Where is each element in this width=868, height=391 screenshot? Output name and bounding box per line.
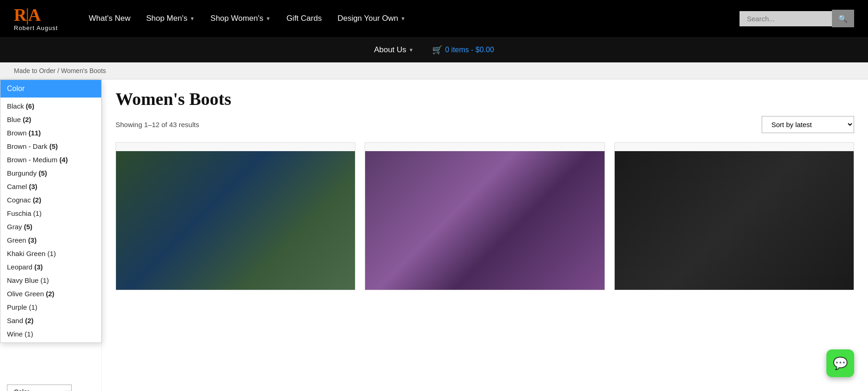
main-nav: What's New Shop Men's ▼ Shop Women's ▼ G… bbox=[83, 10, 740, 27]
sidebar: Color Black (6)Blue (2)Brown (11)Brown -… bbox=[0, 79, 102, 391]
color-list-item[interactable]: Gray (5) bbox=[0, 220, 101, 233]
color-list-item[interactable]: Navy Blue (1) bbox=[0, 274, 101, 287]
color-list-item[interactable]: Camel (3) bbox=[0, 180, 101, 193]
breadcrumb: Made to Order / Women's Boots bbox=[0, 62, 868, 79]
color-filter-select[interactable]: Color bbox=[7, 385, 72, 391]
cart-label: 0 items - $0.00 bbox=[445, 46, 494, 54]
content-area: Women's Boots Showing 1–12 of 43 results… bbox=[102, 79, 868, 391]
sort-select[interactable]: Sort by latestSort by price: low to high… bbox=[762, 116, 854, 133]
color-list-item[interactable]: Burgundy (5) bbox=[0, 166, 101, 180]
search-input[interactable] bbox=[740, 11, 832, 26]
nav-design[interactable]: Design Your Own ▼ bbox=[332, 10, 411, 27]
color-list-item[interactable]: Brown - Medium (4) bbox=[0, 153, 101, 166]
cart-link[interactable]: 🛒 0 items - $0.00 bbox=[432, 45, 494, 55]
logo-r: R bbox=[14, 5, 25, 24]
color-list-item[interactable]: Sand (2) bbox=[0, 314, 101, 327]
nav-womens[interactable]: Shop Women's ▼ bbox=[205, 10, 276, 27]
color-list-item[interactable]: Cognac (2) bbox=[0, 193, 101, 207]
search-button[interactable]: 🔍 bbox=[832, 10, 854, 27]
color-list-item[interactable]: Olive Green (2) bbox=[0, 287, 101, 300]
breadcrumb-womens-boots: Women's Boots bbox=[61, 67, 106, 74]
color-list-item[interactable]: Brown - Dark (5) bbox=[0, 140, 101, 153]
product-image bbox=[365, 151, 604, 290]
color-filter-label: Color bbox=[7, 85, 24, 92]
nav-mens[interactable]: Shop Men's ▼ bbox=[141, 10, 200, 27]
breadcrumb-made-to-order[interactable]: Made to Order bbox=[14, 67, 55, 74]
color-list-item[interactable]: Wine (1) bbox=[0, 327, 101, 341]
results-text: Showing 1–12 of 43 results bbox=[116, 121, 199, 128]
chevron-down-icon: ▼ bbox=[189, 16, 195, 21]
logo-letters: R|A bbox=[14, 6, 40, 24]
brand-name: Robert August bbox=[14, 24, 58, 31]
product-image bbox=[116, 151, 355, 290]
sub-header: About Us ▼ 🛒 0 items - $0.00 bbox=[0, 37, 868, 62]
product-card[interactable] bbox=[116, 142, 355, 290]
color-dropdown: Color Black (6)Blue (2)Brown (11)Brown -… bbox=[0, 79, 102, 343]
results-bar: Showing 1–12 of 43 results Sort by lates… bbox=[116, 116, 854, 133]
product-card[interactable] bbox=[365, 142, 605, 290]
color-list-item[interactable]: Green (3) bbox=[0, 233, 101, 247]
chat-button[interactable]: 💬 bbox=[826, 349, 854, 377]
nav-design-label: Design Your Own bbox=[337, 14, 398, 23]
filter-select-area: Color bbox=[7, 385, 94, 391]
chevron-down-icon: ▼ bbox=[266, 16, 271, 21]
main-header: R|A Robert August What's New Shop Men's … bbox=[0, 0, 868, 37]
search-area: 🔍 bbox=[740, 10, 854, 27]
breadcrumb-separator: / bbox=[57, 67, 61, 74]
color-list: Black (6)Blue (2)Brown (11)Brown - Dark … bbox=[0, 98, 101, 342]
page-title: Women's Boots bbox=[116, 89, 854, 109]
color-list-item[interactable]: Khaki Green (1) bbox=[0, 247, 101, 260]
color-list-item[interactable]: Purple (1) bbox=[0, 300, 101, 314]
nav-womens-label: Shop Women's bbox=[210, 14, 263, 23]
nav-whats-new[interactable]: What's New bbox=[83, 10, 136, 27]
color-list-item[interactable]: Black (6) bbox=[0, 99, 101, 113]
color-list-item[interactable]: Fuschia (1) bbox=[0, 207, 101, 220]
product-grid bbox=[116, 142, 854, 290]
search-icon: 🔍 bbox=[838, 15, 848, 23]
nav-whats-new-label: What's New bbox=[89, 14, 130, 23]
logo[interactable]: R|A Robert August bbox=[14, 6, 65, 31]
main-layout: Color Black (6)Blue (2)Brown (11)Brown -… bbox=[0, 79, 868, 391]
product-card[interactable] bbox=[614, 142, 854, 290]
logo-a: A bbox=[28, 5, 40, 24]
color-dropdown-header[interactable]: Color bbox=[0, 80, 101, 98]
about-us-label: About Us bbox=[374, 45, 406, 55]
chevron-down-icon: ▼ bbox=[401, 16, 406, 21]
color-list-item[interactable]: Brown (11) bbox=[0, 126, 101, 140]
product-image bbox=[615, 151, 854, 290]
nav-mens-label: Shop Men's bbox=[146, 14, 187, 23]
color-list-item[interactable]: Leopard (3) bbox=[0, 260, 101, 274]
color-list-item[interactable]: Blue (2) bbox=[0, 113, 101, 126]
nav-gift-cards[interactable]: Gift Cards bbox=[281, 10, 328, 27]
chevron-down-icon: ▼ bbox=[409, 47, 414, 53]
about-us-nav[interactable]: About Us ▼ bbox=[374, 45, 414, 55]
nav-gift-cards-label: Gift Cards bbox=[287, 14, 322, 23]
chat-icon: 💬 bbox=[833, 356, 848, 371]
cart-icon: 🛒 bbox=[432, 45, 442, 55]
